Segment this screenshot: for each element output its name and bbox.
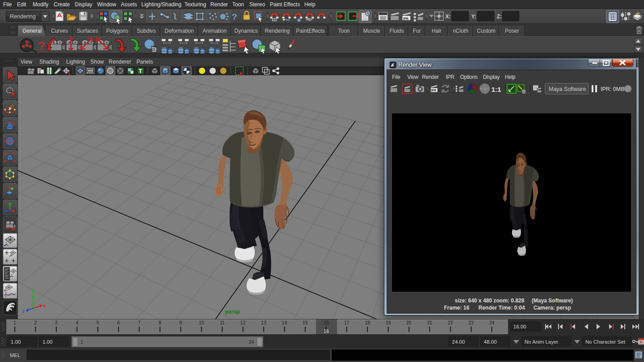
- svg-text:6: 6: [117, 320, 120, 325]
- svg-text:Rendering: Rendering: [10, 13, 36, 20]
- svg-text:x: x: [43, 303, 46, 308]
- svg-text:3: 3: [55, 320, 58, 325]
- svg-text:23: 23: [469, 320, 474, 325]
- svg-text:Y: Y: [31, 289, 35, 295]
- svg-text:Display: Display: [483, 74, 500, 80]
- svg-text:X:: X:: [445, 13, 451, 20]
- svg-text:24: 24: [249, 339, 254, 345]
- svg-text:1:1: 1:1: [491, 86, 501, 93]
- svg-text:No Anim Layer: No Anim Layer: [525, 339, 559, 345]
- svg-text:16: 16: [324, 328, 329, 334]
- svg-text:IPR: IPR: [446, 74, 455, 80]
- svg-text:15: 15: [303, 320, 308, 325]
- svg-text:1.00: 1.00: [43, 339, 52, 345]
- svg-text:21: 21: [427, 320, 432, 325]
- svg-text:11: 11: [220, 320, 225, 325]
- svg-text:1: 1: [13, 320, 16, 325]
- svg-text:MEL: MEL: [10, 353, 21, 358]
- svg-text:20: 20: [406, 320, 412, 325]
- svg-text:22: 22: [448, 320, 453, 325]
- svg-text:?: ?: [38, 39, 45, 52]
- svg-text:No Character Set: No Character Set: [585, 339, 626, 345]
- svg-text:12: 12: [240, 320, 246, 325]
- svg-text:Render Time: 0:04: Render Time: 0:04: [478, 305, 525, 311]
- svg-text:Y:: Y:: [471, 13, 476, 20]
- svg-text:17: 17: [344, 320, 350, 325]
- svg-text:Camera: persp: Camera: persp: [533, 305, 571, 311]
- svg-text:IPR: 0MB: IPR: 0MB: [601, 86, 625, 92]
- svg-text:18: 18: [365, 320, 370, 325]
- svg-text:Render: Render: [422, 74, 439, 80]
- svg-text:5: 5: [96, 320, 99, 325]
- svg-text:View: View: [407, 74, 418, 80]
- svg-text:Z:: Z:: [497, 13, 502, 20]
- svg-text:14: 14: [282, 320, 287, 325]
- svg-text:Maya Software: Maya Software: [549, 86, 586, 92]
- svg-text:IPR: IPR: [403, 17, 409, 21]
- svg-text:9: 9: [179, 320, 182, 325]
- svg-text:size: 640 x 480 zoom: 0.828: size: 640 x 480 zoom: 0.828: [455, 297, 525, 304]
- svg-text:48.00: 48.00: [484, 339, 497, 345]
- svg-text:(Maya Software): (Maya Software): [532, 297, 573, 304]
- svg-text:File: File: [392, 74, 401, 80]
- svg-text:?: ?: [232, 12, 237, 22]
- svg-text:z: z: [22, 308, 25, 314]
- svg-text:7: 7: [138, 320, 141, 325]
- svg-text:Frame: 16: Frame: 16: [444, 305, 469, 311]
- svg-text:2: 2: [34, 320, 37, 325]
- svg-text:8: 8: [158, 320, 161, 325]
- svg-text:Options: Options: [460, 74, 478, 80]
- svg-text:1: 1: [81, 339, 83, 345]
- svg-text:19: 19: [385, 320, 391, 325]
- svg-text:4: 4: [76, 320, 78, 325]
- svg-text:IPR: IPR: [431, 89, 436, 92]
- svg-text:T: T: [139, 68, 142, 74]
- svg-text:24.00: 24.00: [452, 339, 465, 345]
- svg-text:Help: Help: [505, 74, 516, 80]
- svg-text:24: 24: [489, 320, 495, 325]
- svg-text:10: 10: [199, 320, 204, 325]
- svg-text:16: 16: [324, 320, 329, 325]
- svg-text:16.00: 16.00: [513, 324, 526, 329]
- svg-text:13: 13: [261, 320, 266, 325]
- svg-text:persp: persp: [225, 309, 240, 315]
- svg-text:1.00: 1.00: [11, 339, 21, 345]
